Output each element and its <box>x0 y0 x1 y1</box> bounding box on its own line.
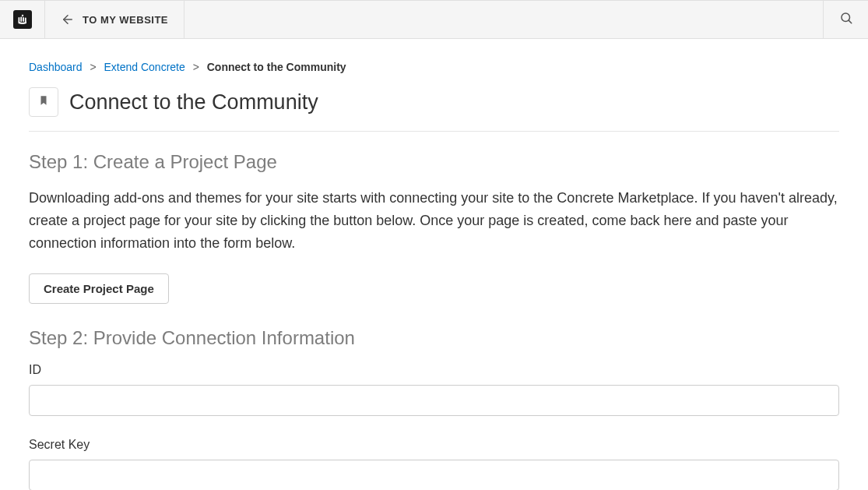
svg-rect-2 <box>20 17 22 23</box>
svg-rect-4 <box>24 18 26 23</box>
secret-key-input[interactable] <box>29 460 839 490</box>
logo-cell[interactable] <box>0 0 45 39</box>
bookmark-button[interactable] <box>29 87 58 117</box>
svg-rect-3 <box>23 17 24 22</box>
breadcrumb-separator: > <box>193 61 199 73</box>
main-content: Dashboard > Extend Concrete > Connect to… <box>0 39 868 490</box>
breadcrumb-current: Connect to the Community <box>207 61 346 73</box>
create-project-page-button[interactable]: Create Project Page <box>29 273 169 304</box>
page-title: Connect to the Community <box>69 90 318 115</box>
app-logo-icon <box>13 10 32 29</box>
svg-point-0 <box>21 15 23 16</box>
step2-heading: Step 2: Provide Connection Information <box>29 327 839 349</box>
breadcrumb-link-dashboard[interactable]: Dashboard <box>29 61 83 73</box>
step1-description: Downloading add-ons and themes for your … <box>29 187 839 254</box>
back-to-website-link[interactable]: TO MY WEBSITE <box>45 0 184 39</box>
svg-rect-1 <box>18 17 19 22</box>
top-header: TO MY WEBSITE <box>0 0 868 39</box>
back-link-label: TO MY WEBSITE <box>83 14 168 26</box>
breadcrumb: Dashboard > Extend Concrete > Connect to… <box>29 39 839 87</box>
search-button[interactable] <box>823 0 868 39</box>
svg-line-7 <box>849 20 852 23</box>
title-row: Connect to the Community <box>29 87 839 132</box>
id-input[interactable] <box>29 385 839 416</box>
search-icon <box>839 11 853 28</box>
bookmark-icon <box>38 93 49 111</box>
step1-heading: Step 1: Create a Project Page <box>29 151 839 173</box>
id-label: ID <box>29 363 839 377</box>
breadcrumb-separator: > <box>90 61 96 73</box>
arrow-left-icon <box>61 12 75 26</box>
secret-key-label: Secret Key <box>29 438 839 452</box>
breadcrumb-link-extend[interactable]: Extend Concrete <box>104 61 184 73</box>
